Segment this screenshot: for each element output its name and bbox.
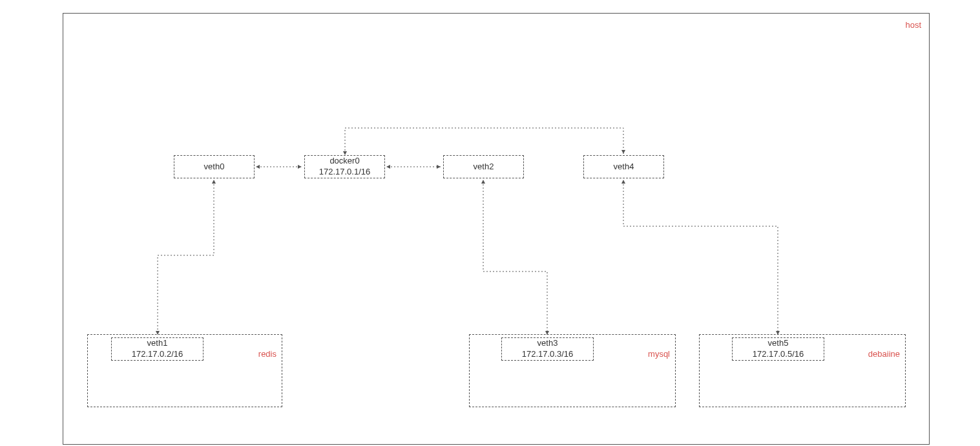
veth0-interface: veth0	[174, 155, 255, 178]
veth5-ip: 172.17.0.5/16	[753, 349, 804, 360]
veth1-ip: 172.17.0.2/16	[132, 349, 183, 360]
veth5-interface: veth5 172.17.0.5/16	[732, 337, 824, 361]
veth4-interface: veth4	[583, 155, 664, 178]
veth5-name: veth5	[768, 338, 789, 349]
veth1-name: veth1	[147, 338, 168, 349]
veth3-ip: 172.17.0.3/16	[522, 349, 574, 360]
mysql-label: mysql	[648, 349, 670, 359]
redis-label: redis	[258, 349, 276, 359]
veth2-label: veth2	[474, 162, 494, 173]
debaiine-label: debaiine	[868, 349, 900, 359]
docker0-ip: 172.17.0.1/16	[319, 167, 371, 178]
host-label: host	[905, 20, 921, 30]
docker0-bridge: docker0 172.17.0.1/16	[304, 155, 385, 178]
docker0-name: docker0	[329, 156, 359, 167]
veth3-name: veth3	[537, 338, 558, 349]
veth1-interface: veth1 172.17.0.2/16	[111, 337, 203, 361]
veth3-interface: veth3 172.17.0.3/16	[501, 337, 594, 361]
veth4-label: veth4	[614, 162, 634, 173]
veth0-label: veth0	[204, 162, 225, 173]
veth2-interface: veth2	[443, 155, 524, 178]
